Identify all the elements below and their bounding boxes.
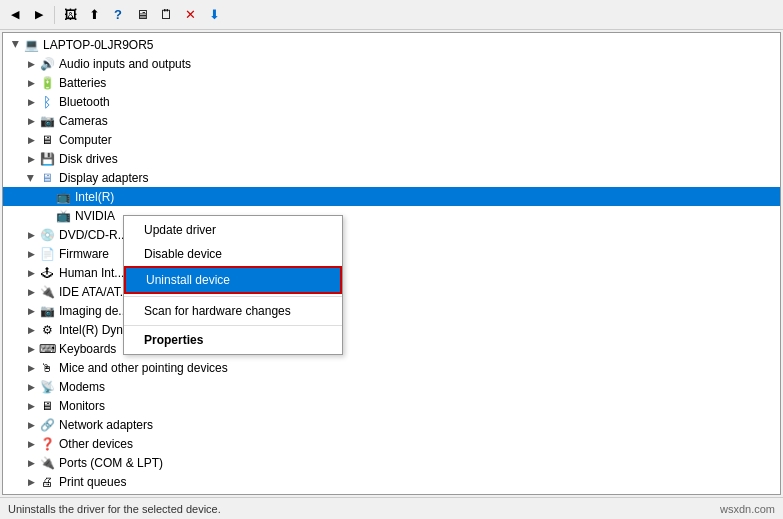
expand-display[interactable]: ▶ bbox=[23, 170, 39, 186]
computer-icon2: 🖥 bbox=[39, 132, 55, 148]
imaging-label: Imaging de... bbox=[59, 304, 128, 318]
expand-intel[interactable] bbox=[39, 189, 55, 205]
tree-item-disk[interactable]: ▶ 💾 Disk drives bbox=[3, 149, 780, 168]
forward-button[interactable]: ▶ bbox=[28, 4, 50, 26]
human-label: Human Int... bbox=[59, 266, 124, 280]
tree-item-nvidia[interactable]: 📺 NVIDIA bbox=[3, 206, 780, 225]
tree-item-root[interactable]: ▶ 💻 LAPTOP-0LJR9OR5 bbox=[3, 35, 780, 54]
ctx-uninstall-device[interactable]: Uninstall device bbox=[124, 266, 342, 294]
expand-nvidia[interactable] bbox=[39, 208, 55, 224]
expand-network[interactable]: ▶ bbox=[23, 417, 39, 433]
display-icon: 🖥 bbox=[39, 170, 55, 186]
tree-item-cameras[interactable]: ▶ 📷 Cameras bbox=[3, 111, 780, 130]
processors-label: Processors bbox=[59, 494, 119, 496]
expand-processors[interactable]: ▶ bbox=[23, 493, 39, 496]
tree-item-monitors[interactable]: ▶ 🖥 Monitors bbox=[3, 396, 780, 415]
expand-modems[interactable]: ▶ bbox=[23, 379, 39, 395]
expand-computer[interactable]: ▶ bbox=[23, 132, 39, 148]
device-tree[interactable]: ▶ 💻 LAPTOP-0LJR9OR5 ▶ 🔊 Audio inputs and… bbox=[2, 32, 781, 495]
tree-item-other[interactable]: ▶ ❓ Other devices bbox=[3, 434, 780, 453]
toolbar-separator-1 bbox=[54, 6, 55, 24]
tree-item-display[interactable]: ▶ 🖥 Display adapters bbox=[3, 168, 780, 187]
nvidia-label: NVIDIA bbox=[75, 209, 115, 223]
modems-label: Modems bbox=[59, 380, 105, 394]
keyboard-icon: ⌨ bbox=[39, 341, 55, 357]
inteldynamic-icon: ⚙ bbox=[39, 322, 55, 338]
add-legacy-button[interactable]: ⬇ bbox=[203, 4, 225, 26]
disk-icon: 💾 bbox=[39, 151, 55, 167]
toolbar: ◀ ▶ 🖼 ⬆ ? 🖥 🗒 ✕ ⬇ bbox=[0, 0, 783, 30]
expand-imaging[interactable]: ▶ bbox=[23, 303, 39, 319]
device-props-button[interactable]: 🗒 bbox=[155, 4, 177, 26]
back-button[interactable]: ◀ bbox=[4, 4, 26, 26]
batteries-label: Batteries bbox=[59, 76, 106, 90]
expand-print[interactable]: ▶ bbox=[23, 474, 39, 490]
expand-ports[interactable]: ▶ bbox=[23, 455, 39, 471]
tree-item-modems[interactable]: ▶ 📡 Modems bbox=[3, 377, 780, 396]
expand-cameras[interactable]: ▶ bbox=[23, 113, 39, 129]
tree-item-audio[interactable]: ▶ 🔊 Audio inputs and outputs bbox=[3, 54, 780, 73]
expand-monitors[interactable]: ▶ bbox=[23, 398, 39, 414]
expand-audio[interactable]: ▶ bbox=[23, 56, 39, 72]
display-label: Display adapters bbox=[59, 171, 148, 185]
cameras-icon: 📷 bbox=[39, 113, 55, 129]
computer-label: Computer bbox=[59, 133, 112, 147]
tree-item-imaging[interactable]: ▶ 📷 Imaging de... bbox=[3, 301, 780, 320]
expand-disk[interactable]: ▶ bbox=[23, 151, 39, 167]
ctx-scan-hardware[interactable]: Scan for hardware changes bbox=[124, 299, 342, 323]
tree-item-human[interactable]: ▶ 🕹 Human Int... bbox=[3, 263, 780, 282]
expand-human[interactable]: ▶ bbox=[23, 265, 39, 281]
properties-button[interactable]: 🖼 bbox=[59, 4, 81, 26]
uninstall-toolbar-button[interactable]: ✕ bbox=[179, 4, 201, 26]
cameras-label: Cameras bbox=[59, 114, 108, 128]
expand-inteldynamic[interactable]: ▶ bbox=[23, 322, 39, 338]
status-watermark: wsxdn.com bbox=[720, 503, 775, 515]
intel-icon: 📺 bbox=[55, 189, 71, 205]
ide-icon: 🔌 bbox=[39, 284, 55, 300]
root-label: LAPTOP-0LJR9OR5 bbox=[43, 38, 154, 52]
expand-mice[interactable]: ▶ bbox=[23, 360, 39, 376]
expand-root[interactable]: ▶ bbox=[8, 36, 24, 52]
tree-item-batteries[interactable]: ▶ 🔋 Batteries bbox=[3, 73, 780, 92]
tree-item-mice[interactable]: ▶ 🖱 Mice and other pointing devices bbox=[3, 358, 780, 377]
audio-icon: 🔊 bbox=[39, 56, 55, 72]
ide-label: IDE ATA/AT... bbox=[59, 285, 130, 299]
computer-icon: 💻 bbox=[23, 37, 39, 53]
expand-batteries[interactable]: ▶ bbox=[23, 75, 39, 91]
network-label: Network adapters bbox=[59, 418, 153, 432]
tree-item-inteldynamic[interactable]: ▶ ⚙ Intel(R) Dynamic Platform and Therma… bbox=[3, 320, 780, 339]
expand-other[interactable]: ▶ bbox=[23, 436, 39, 452]
tree-item-computer[interactable]: ▶ 🖥 Computer bbox=[3, 130, 780, 149]
intel-label: Intel(R) bbox=[75, 190, 114, 204]
tree-item-dvd[interactable]: ▶ 💿 DVD/CD-R... bbox=[3, 225, 780, 244]
dvd-icon: 💿 bbox=[39, 227, 55, 243]
tree-item-keyboards[interactable]: ▶ ⌨ Keyboards bbox=[3, 339, 780, 358]
monitors-icon: 🖥 bbox=[39, 398, 55, 414]
update-driver-toolbar-button[interactable]: ⬆ bbox=[83, 4, 105, 26]
tree-item-ports[interactable]: ▶ 🔌 Ports (COM & LPT) bbox=[3, 453, 780, 472]
modems-icon: 📡 bbox=[39, 379, 55, 395]
tree-item-bluetooth[interactable]: ▶ ᛒ Bluetooth bbox=[3, 92, 780, 111]
expand-keyboards[interactable]: ▶ bbox=[23, 341, 39, 357]
main-area: ▶ 💻 LAPTOP-0LJR9OR5 ▶ 🔊 Audio inputs and… bbox=[0, 30, 783, 497]
ctx-update-driver[interactable]: Update driver bbox=[124, 218, 342, 242]
network-icon: 🔗 bbox=[39, 417, 55, 433]
expand-ide[interactable]: ▶ bbox=[23, 284, 39, 300]
ctx-properties[interactable]: Properties bbox=[124, 328, 342, 352]
expand-dvd[interactable]: ▶ bbox=[23, 227, 39, 243]
bluetooth-icon: ᛒ bbox=[39, 94, 55, 110]
tree-item-network[interactable]: ▶ 🔗 Network adapters bbox=[3, 415, 780, 434]
tree-item-processors[interactable]: ▶ ⚙ Processors bbox=[3, 491, 780, 495]
ctx-disable-device[interactable]: Disable device bbox=[124, 242, 342, 266]
expand-bluetooth[interactable]: ▶ bbox=[23, 94, 39, 110]
help-button[interactable]: ? bbox=[107, 4, 129, 26]
dvd-label: DVD/CD-R... bbox=[59, 228, 128, 242]
tree-item-intel[interactable]: 📺 Intel(R) bbox=[3, 187, 780, 206]
tree-item-print[interactable]: ▶ 🖨 Print queues bbox=[3, 472, 780, 491]
scan-hardware-button[interactable]: 🖥 bbox=[131, 4, 153, 26]
ports-icon: 🔌 bbox=[39, 455, 55, 471]
tree-item-ide[interactable]: ▶ 🔌 IDE ATA/AT... bbox=[3, 282, 780, 301]
tree-item-firmware[interactable]: ▶ 📄 Firmware bbox=[3, 244, 780, 263]
expand-firmware[interactable]: ▶ bbox=[23, 246, 39, 262]
print-icon: 🖨 bbox=[39, 474, 55, 490]
